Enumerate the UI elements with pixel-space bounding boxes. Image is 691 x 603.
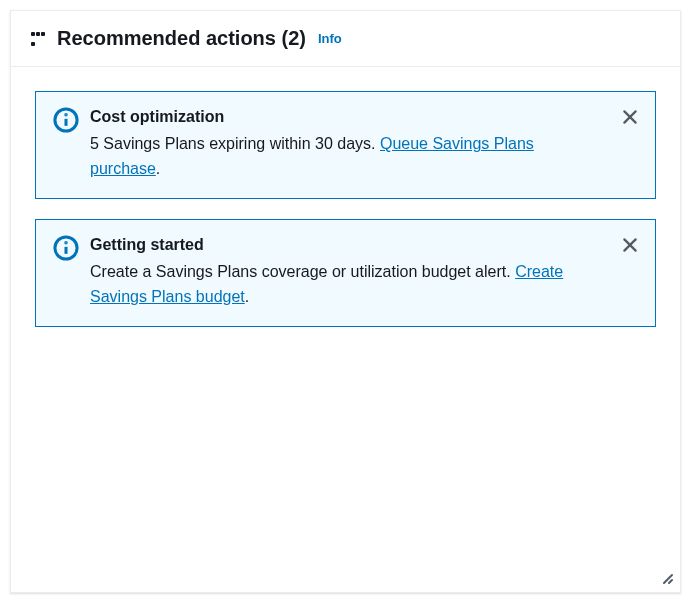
svg-line-11 [669, 580, 672, 583]
panel-body: Cost optimization 5 Savings Plans expiri… [11, 67, 680, 371]
resize-handle-icon[interactable] [658, 569, 674, 588]
panel-title: Recommended actions (2) [57, 27, 306, 50]
info-icon [52, 234, 80, 262]
alert-message-prefix: Create a Savings Plans coverage or utili… [90, 263, 515, 280]
svg-point-2 [65, 114, 66, 115]
alert-getting-started: Getting started Create a Savings Plans c… [35, 219, 656, 327]
info-icon [52, 106, 80, 134]
alert-content: Getting started Create a Savings Plans c… [90, 234, 609, 310]
alert-message-suffix: . [245, 288, 249, 305]
recommended-actions-panel: Recommended actions (2) Info Cost optimi… [10, 10, 681, 593]
close-button[interactable] [619, 234, 641, 256]
close-icon [621, 236, 639, 254]
alert-message: 5 Savings Plans expiring within 30 days.… [90, 132, 601, 182]
svg-point-7 [65, 242, 66, 243]
close-icon [621, 108, 639, 126]
alert-message-suffix: . [156, 160, 160, 177]
alert-cost-optimization: Cost optimization 5 Savings Plans expiri… [35, 91, 656, 199]
alert-title: Cost optimization [90, 106, 601, 128]
alert-message-prefix: 5 Savings Plans expiring within 30 days. [90, 135, 380, 152]
info-link[interactable]: Info [318, 31, 342, 46]
panel-header: Recommended actions (2) Info [11, 11, 680, 67]
close-button[interactable] [619, 106, 641, 128]
drag-handle-icon[interactable] [31, 32, 45, 46]
alert-message: Create a Savings Plans coverage or utili… [90, 260, 601, 310]
alert-content: Cost optimization 5 Savings Plans expiri… [90, 106, 609, 182]
alert-title: Getting started [90, 234, 601, 256]
